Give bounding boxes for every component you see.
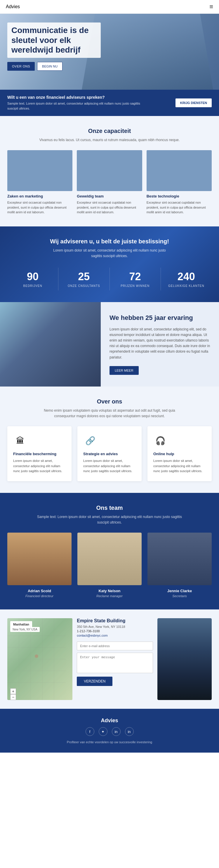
contact-building-image xyxy=(157,618,212,700)
stats-heading: Wij adviseren u, u belt de juiste beslis… xyxy=(7,238,212,245)
team-name-0: Adrian Scold xyxy=(7,589,71,593)
facebook-icon[interactable]: f xyxy=(86,727,94,736)
team-photo-2 xyxy=(148,533,212,585)
team-role-2: Secretaris xyxy=(148,594,212,598)
team-photo-0 xyxy=(7,533,71,585)
team-name-1: Katy Nelson xyxy=(77,589,142,593)
twitter-icon[interactable]: ✦ xyxy=(99,727,107,736)
card-tech-title: Beste technologie xyxy=(147,194,212,198)
team-role-0: Financieel directeur xyxy=(7,594,71,598)
leer-meer-button[interactable]: LEER MEER xyxy=(110,366,139,375)
about-card-financieel-title: Financiële bescherming xyxy=(13,452,66,456)
about-card-online-title: Online hulp xyxy=(153,452,206,456)
stat-prijzen-num: 72 xyxy=(113,271,158,283)
contact-address: 350 5th Ave, New York, NY 10118 xyxy=(77,625,153,628)
instagram-icon[interactable]: in xyxy=(112,727,121,736)
stat-prijzen: 72 PRIJZEN WINNEN xyxy=(110,268,161,290)
stat-prijzen-label: PRIJZEN WINNEN xyxy=(113,284,158,287)
team-role-1: Reclame manager xyxy=(77,594,142,598)
card-team-text: Excepteur sint occaecat cupidatat non pr… xyxy=(77,200,142,215)
verzenden-button[interactable]: VERZENDEN xyxy=(77,677,113,686)
svg-point-9 xyxy=(35,654,38,658)
banner-text: Wilt u een van onze financieel adviseurs… xyxy=(7,95,148,111)
services-banner: Wilt u een van onze financieel adviseurs… xyxy=(0,90,219,116)
about-card-financieel: 🏛 Financiële bescherming Lorem ipsum dol… xyxy=(7,426,71,481)
over-ons-button[interactable]: OVER ONS xyxy=(7,62,35,71)
contact-section: Manhattan New York, NY USA + − Empire St… xyxy=(0,610,219,709)
card-team-image xyxy=(77,150,142,191)
stat-bedrijven: 90 BEDRIJVEN xyxy=(7,268,58,290)
linkedin-icon[interactable]: in xyxy=(125,727,134,736)
team-cards: Adrian Scold Financieel directeur Katy N… xyxy=(7,533,212,598)
krijg-diensten-button[interactable]: KRIJG DIENSTEN xyxy=(176,98,212,107)
about-card-strategie: 🔗 Strategie en advies Lorem ipsum dolor … xyxy=(77,426,142,481)
experience-image-area xyxy=(0,302,101,386)
team-name-2: Jennie Clarke xyxy=(148,589,212,593)
card-zaken-image xyxy=(7,150,72,191)
about-cards: 🏛 Financiële bescherming Lorem ipsum dol… xyxy=(7,426,212,481)
stat-bedrijven-label: BEDRIJVEN xyxy=(10,284,55,287)
nav-logo[interactable]: Advies xyxy=(6,4,20,9)
card-team: Geweldig team Excepteur sint occaecat cu… xyxy=(77,150,142,215)
footer-tagline: Profiteer van echte voordelen op uw succ… xyxy=(7,740,212,744)
experience-section: We hebben 25 jaar ervaring Lorem ipsum d… xyxy=(0,302,219,386)
team-member-2: Jennie Clarke Secretaris xyxy=(148,533,212,598)
about-title: Over ons xyxy=(7,398,212,405)
contact-email-input[interactable] xyxy=(77,642,153,650)
map-zoom-in[interactable]: + xyxy=(10,688,16,694)
contact-map: Manhattan New York, NY USA + − xyxy=(7,618,72,700)
banner-description: Sample text. Lorem ipsum dolor sit amet,… xyxy=(7,101,148,111)
stat-consultants: 25 ONZE CNSULTANTS xyxy=(58,268,110,290)
stats-subtext: Lorem ipsum dolor sit amet, consectetur … xyxy=(51,248,168,259)
about-section: Over ons Nemo enim ipsam voluptatem quia… xyxy=(0,386,219,493)
strategie-icon: 🔗 xyxy=(83,434,97,447)
experience-title: We hebben 25 jaar ervaring xyxy=(110,314,210,322)
map-zoom-out[interactable]: − xyxy=(10,694,16,700)
capaciteit-title: Onze capaciteit xyxy=(7,128,212,134)
banner-heading: Wilt u een van onze financieel adviseurs… xyxy=(7,95,148,100)
contact-phone: 1-212-736-3100 xyxy=(77,629,153,633)
contact-email: contact@esbnyc.com xyxy=(77,634,153,637)
card-tech-text: Excepteur sint occaecat cupidatat non pr… xyxy=(147,200,212,215)
team-subtitle: Sample text: Lorem ipsum dolor sit amet,… xyxy=(36,514,183,525)
financieel-icon: 🏛 xyxy=(13,434,27,447)
hero-section: Communicatie is de sleutel voor elk were… xyxy=(0,14,219,90)
hamburger-icon[interactable]: ≡ xyxy=(209,3,213,10)
card-zaken: Zaken en marketing Excepteur sint occaec… xyxy=(7,150,72,215)
capaciteit-cards: Zaken en marketing Excepteur sint occaec… xyxy=(7,150,212,215)
team-member-1: Katy Nelson Reclame manager xyxy=(77,533,142,598)
map-grid xyxy=(7,618,72,700)
about-subtitle: Nemo enim ipsam voluptatem quia voluptas… xyxy=(36,408,183,419)
card-tech: Beste technologie Excepteur sint occaeca… xyxy=(147,150,212,215)
social-icons: f ✦ in in xyxy=(7,727,212,736)
about-card-online: 🎧 Online hulp Lorem ipsum dolor sit amet… xyxy=(148,426,212,481)
begin-nu-button[interactable]: BEGIN NU xyxy=(37,62,62,71)
hero-image xyxy=(82,14,213,90)
stat-bedrijven-num: 90 xyxy=(10,271,55,283)
card-tech-image xyxy=(147,150,212,191)
card-zaken-text: Excepteur sint occaecat cupidatat non pr… xyxy=(7,200,72,215)
hero-title: Communicatie is de sleutel voor elk were… xyxy=(7,23,101,58)
stat-consultants-label: ONZE CNSULTANTS xyxy=(61,284,106,287)
hero-content: Communicatie is de sleutel voor elk were… xyxy=(7,23,101,71)
contact-form: Empire State Building 350 5th Ave, New Y… xyxy=(77,618,153,700)
stats-row: 90 BEDRIJVEN 25 ONZE CNSULTANTS 72 PRIJZ… xyxy=(7,268,212,290)
team-title: Ons team xyxy=(7,504,212,511)
team-section: Ons team Sample text: Lorem ipsum dolor … xyxy=(0,493,219,610)
card-zaken-title: Zaken en marketing xyxy=(7,194,72,198)
footer: Advies f ✦ in in Profiteer van echte voo… xyxy=(0,709,219,753)
footer-logo: Advies xyxy=(7,717,212,724)
online-icon: 🎧 xyxy=(153,434,167,447)
stat-klanten-num: 240 xyxy=(164,271,209,283)
contact-message-input[interactable] xyxy=(77,653,153,673)
stat-consultants-num: 25 xyxy=(61,271,106,283)
about-card-strategie-title: Strategie en advies xyxy=(83,452,136,456)
experience-text: Lorem ipsum dolor sit amet, consectetur … xyxy=(110,327,210,360)
capaciteit-subtitle: Vivamus eu felis lacus. Ut cursus, mauri… xyxy=(36,137,183,143)
experience-content: We hebben 25 jaar ervaring Lorem ipsum d… xyxy=(101,302,219,386)
card-team-title: Geweldig team xyxy=(77,194,142,198)
navbar: Advies ≡ xyxy=(0,0,219,14)
contact-building-name: Empire State Building xyxy=(77,618,153,623)
building-photo xyxy=(157,618,212,700)
team-photo-1 xyxy=(77,533,142,585)
